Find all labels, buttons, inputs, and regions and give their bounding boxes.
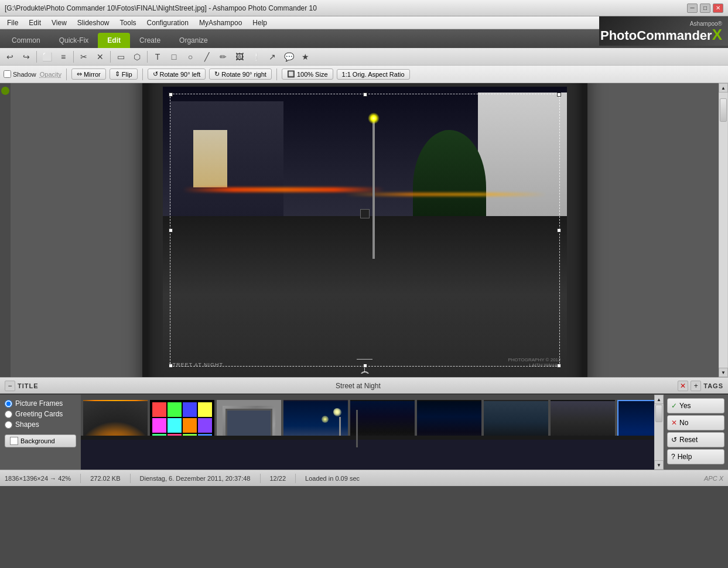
street-lane (163, 216, 567, 374)
action-panel: ✓ Yes ✕ No ↺ Reset ? Help (664, 395, 728, 470)
logo-product: PhotoCommanderX (600, 27, 722, 42)
delete-button[interactable]: ✕ (93, 50, 108, 64)
toolbar: ↩ ↪ ⬜ ≡ ✂ ✕ ▭ ⬡ T □ ○ ╱ ✏ 🖼 ❕ ↗ 💬 ★ (0, 48, 728, 66)
cut-button[interactable]: ✂ (76, 50, 91, 64)
maximize-button[interactable]: □ (700, 4, 710, 13)
window-controls: ─ □ ✕ (687, 4, 723, 13)
picture-frames-radio[interactable] (5, 400, 12, 408)
tags-plus-button[interactable]: + (691, 381, 701, 391)
pen-tool-button[interactable]: ✏ (216, 50, 231, 64)
strip-scroll-down[interactable]: ▼ (654, 460, 664, 470)
star-tool-button[interactable]: ★ (298, 50, 313, 64)
toolbar-separator-4 (147, 51, 148, 63)
background-label: Background (20, 437, 55, 444)
text-props-button[interactable]: ≡ (56, 50, 71, 64)
greeting-cards-radio[interactable] (5, 410, 12, 418)
no-label: No (679, 419, 688, 427)
mirror-button[interactable]: ⇔ Mirror (71, 69, 106, 80)
titlebar: [G:\Produkte\Photo Commander 10\Fotos\FI… (0, 0, 728, 16)
aspect-ratio-button[interactable]: 1:1 Orig. Aspect Ratio (337, 69, 410, 80)
flip-button[interactable]: ⇕ Flip (110, 69, 138, 80)
canvas-area[interactable]: [x:119 y:99] [1599×1199] (11, 83, 719, 377)
shapes-option[interactable]: Shapes (5, 420, 76, 429)
title-collapse-button[interactable]: − (5, 381, 15, 391)
size-100-button[interactable]: 🔲 100% Size (282, 69, 333, 80)
status-dimensions: 1836×1396×24 → 42% (5, 475, 71, 482)
status-load-info: Loaded in 0.09 sec (305, 475, 360, 482)
strip-vscroll: ▲ ▼ (654, 395, 664, 470)
line-tool-button[interactable]: ╱ (199, 50, 214, 64)
undo-button[interactable]: ↩ (2, 50, 18, 64)
redo-button[interactable]: ↪ (19, 50, 34, 64)
shadow-checkbox[interactable]: Shadow (4, 70, 36, 78)
menu-file[interactable]: File (2, 18, 23, 28)
shadow-label: Shadow (13, 71, 36, 78)
size-icon: 🔲 (287, 70, 295, 78)
menu-slideshow[interactable]: Slideshow (73, 18, 114, 28)
polygon-button[interactable]: ⬡ (129, 50, 145, 64)
thumb-9[interactable] (617, 400, 654, 464)
menu-edit[interactable]: Edit (24, 18, 46, 28)
scroll-up-arrow[interactable]: ▲ (719, 83, 728, 93)
help-button[interactable]: ? Help (667, 449, 724, 464)
rotate-right-button[interactable]: ↻ Rotate 90° right (209, 69, 272, 80)
rotate-left-button[interactable]: ↺ Rotate 90° left (148, 69, 206, 80)
scroll-thumb[interactable] (720, 98, 727, 122)
rotate-left-icon: ↺ (153, 70, 158, 78)
tags-label-text: TAGS (703, 382, 723, 389)
copy-object-button[interactable]: ⬜ (39, 50, 54, 64)
aspect-label: 1:1 Orig. Aspect Ratio (342, 71, 405, 78)
opt-separator-1 (66, 69, 67, 80)
toolbar-separator-3 (110, 51, 111, 63)
mirror-label: Mirror (84, 71, 101, 78)
scroll-down-arrow[interactable]: ▼ (719, 368, 728, 377)
close-button[interactable]: ✕ (713, 4, 723, 13)
menu-configuration[interactable]: Configuration (142, 18, 193, 28)
left-indicator (1, 87, 9, 95)
menu-tools[interactable]: Tools (115, 18, 141, 28)
photo-frame[interactable]: STREET AT NIGHT PHOTOGRAPHY © 2012LAITH … (142, 83, 587, 377)
circle-tool-button[interactable]: ○ (183, 50, 198, 64)
background-button[interactable]: Background (5, 434, 76, 447)
greeting-cards-option[interactable]: Greeting Cards (5, 410, 76, 418)
minimize-button[interactable]: ─ (687, 4, 698, 13)
yes-button[interactable]: ✓ Yes (667, 398, 724, 413)
menu-view[interactable]: View (47, 18, 71, 28)
strip-scroll-up[interactable]: ▲ (654, 395, 664, 404)
picture-frames-option[interactable]: Picture Frames (5, 399, 76, 408)
status-datetime: Dienstag, 6. Dezember 2011, 20:37:48 (140, 475, 251, 482)
shadow-input[interactable] (4, 70, 11, 78)
watermark-right: PHOTOGRAPHY © 2012LAITH WAHAB (508, 357, 560, 368)
scroll-track[interactable] (719, 93, 727, 368)
reset-button[interactable]: ↺ Reset (667, 432, 724, 447)
tab-quickfix[interactable]: Quick-Fix (50, 33, 98, 48)
tab-edit[interactable]: Edit (98, 33, 130, 48)
no-icon: ✕ (671, 419, 677, 427)
speech-bubble-button[interactable]: 💬 (281, 50, 296, 64)
opacity-label[interactable]: Opacity (40, 71, 61, 78)
tab-create[interactable]: Create (130, 33, 170, 48)
strip-scroll-track[interactable] (655, 404, 663, 460)
callout-button[interactable]: ❕ (248, 50, 264, 64)
strip-scroll-thumb[interactable] (655, 405, 662, 422)
shapes-radio[interactable] (5, 421, 12, 429)
logo-brand: Ashampoo® (600, 20, 722, 27)
shapes-label: Shapes (15, 420, 39, 429)
title-label-text: TITLE (18, 382, 39, 389)
arrow-tool-button[interactable]: ↗ (265, 50, 280, 64)
help-label: Help (678, 453, 692, 461)
tab-common[interactable]: Common (2, 33, 50, 48)
thumbnails-strip[interactable] (81, 395, 654, 470)
no-button[interactable]: ✕ No (667, 415, 724, 430)
menu-help[interactable]: Help (248, 18, 272, 28)
canvas-titlebar: − TITLE Street at Night ✕ + TAGS (0, 377, 728, 394)
tab-organize[interactable]: Organize (170, 33, 217, 48)
rect-tool-button[interactable]: □ (166, 50, 182, 64)
status-sep-4 (295, 474, 296, 483)
image-tool-button[interactable]: 🖼 (232, 50, 247, 64)
menu-myashampoo[interactable]: MyAshampoo (194, 18, 247, 28)
title-close-button[interactable]: ✕ (678, 381, 688, 391)
text-tool-button[interactable]: T (150, 50, 165, 64)
street-lamp (372, 115, 375, 259)
rect-select-button[interactable]: ▭ (113, 50, 128, 64)
